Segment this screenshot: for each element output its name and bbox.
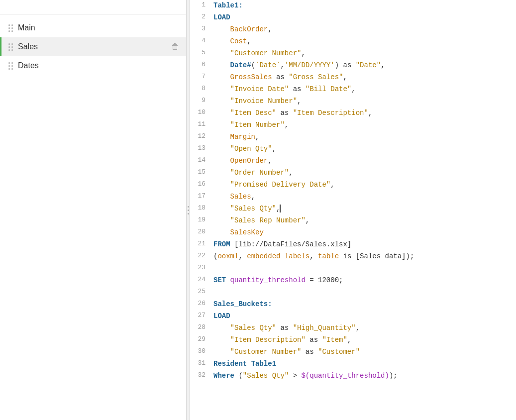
line-content[interactable]: SET quantity_threshold = 12000; <box>213 275 516 286</box>
sidebar-item-main[interactable]: Main🗑 <box>0 18 186 37</box>
code-line: 24SET quantity_threshold = 12000; <box>190 275 516 287</box>
line-content[interactable] <box>213 287 516 298</box>
line-content[interactable] <box>213 263 516 274</box>
drag-dot <box>11 46 13 48</box>
line-content[interactable]: "Sales Rep Number", <box>213 215 516 226</box>
line-number: 8 <box>190 84 213 94</box>
line-content[interactable]: Date#(`Date`,'MM/DD/YYYY') as "Date", <box>213 60 516 71</box>
code-token: , <box>368 109 372 117</box>
code-token: Resident <box>213 360 251 368</box>
drag-dot <box>8 27 10 29</box>
drag-dot <box>11 65 13 67</box>
code-line: 27LOAD <box>190 311 516 322</box>
line-number: 5 <box>190 48 213 58</box>
code-line: 14 OpenOrder, <box>190 155 516 167</box>
line-content[interactable]: Margin, <box>213 131 516 142</box>
line-number: 15 <box>190 167 213 178</box>
code-token: , <box>297 97 301 105</box>
line-content[interactable]: SalesKey <box>213 227 516 238</box>
code-token: LOAD <box>213 13 230 21</box>
line-content[interactable]: "Item Number", <box>213 119 516 130</box>
drag-handle-dates[interactable] <box>8 62 13 70</box>
code-token: Sales_Buckets: <box>213 300 272 308</box>
line-content[interactable]: "Customer Number" as "Customer" <box>213 346 516 357</box>
drag-dot <box>8 49 10 51</box>
code-token: OpenOrder <box>230 157 268 165</box>
code-token: ); <box>389 372 398 380</box>
line-content[interactable]: Where ("Sales Qty" > $(quantity_threshol… <box>213 370 516 381</box>
drag-dot <box>8 62 10 64</box>
code-token: , <box>255 133 259 141</box>
line-number: 25 <box>190 287 213 297</box>
drag-dot <box>8 46 10 48</box>
sidebar-item-label-dates: Dates <box>18 61 179 70</box>
drag-handle-main[interactable] <box>8 24 13 32</box>
line-number: 18 <box>190 203 213 213</box>
code-token: as <box>301 348 318 356</box>
sidebar-item-dates[interactable]: Dates🗑 <box>0 56 186 75</box>
add-section-button[interactable] <box>172 7 178 9</box>
line-content[interactable]: FROM [lib://DataFiles/Sales.xlsx] <box>213 239 516 250</box>
code-token: > <box>289 372 301 380</box>
line-content[interactable]: Sales_Buckets: <box>213 299 516 310</box>
code-editor[interactable]: 1Table1:2LOAD3 BackOrder,4 Cost,5 "Custo… <box>190 0 516 420</box>
code-line: 22(ooxml, embedded labels, table is [Sal… <box>190 251 516 263</box>
line-content[interactable]: "Sales Qty" as "High_Quantity", <box>213 322 516 333</box>
code-token <box>213 193 230 201</box>
line-content[interactable]: "Invoice Number", <box>213 96 516 106</box>
line-content[interactable]: Resident Table1 <box>213 358 516 369</box>
line-content[interactable]: "Order Number", <box>213 167 516 178</box>
line-number: 1 <box>190 0 213 10</box>
line-number: 21 <box>190 239 213 249</box>
code-token: = 12000; <box>306 276 343 284</box>
line-number: 11 <box>190 119 213 130</box>
code-token <box>213 61 230 69</box>
sidebar-item-label-sales: Sales <box>18 42 171 51</box>
line-number: 20 <box>190 227 213 237</box>
line-content[interactable]: Sales, <box>213 191 516 202</box>
line-content[interactable]: Cost, <box>213 36 516 47</box>
sidebar-item-sales[interactable]: Sales🗑 <box>0 37 186 56</box>
code-token: , <box>351 85 355 93</box>
code-token: "Invoice Date" <box>230 85 289 93</box>
line-content[interactable]: "Customer Number", <box>213 48 516 59</box>
code-token: "Invoice Number" <box>230 97 297 105</box>
drag-handle-row <box>8 24 13 26</box>
drag-dot <box>8 65 10 67</box>
code-token: GrossSales <box>230 73 272 81</box>
delete-section-icon-sales[interactable]: 🗑 <box>171 42 179 51</box>
line-number: 17 <box>190 191 213 202</box>
drag-dot <box>11 62 13 64</box>
drag-dot <box>11 68 13 70</box>
line-content[interactable]: (ooxml, embedded labels, table is [Sales… <box>213 251 516 262</box>
line-content[interactable]: "Item Description" as "Item", <box>213 334 516 345</box>
drag-handle-sales[interactable] <box>8 43 13 51</box>
line-content[interactable]: "Sales Qty", <box>213 203 516 214</box>
code-token: `Date` <box>255 61 280 69</box>
code-token: , <box>251 193 255 201</box>
code-token: "Sales Rep Number" <box>230 216 306 224</box>
drag-handle-row <box>8 27 13 29</box>
line-content[interactable]: GrossSales as "Gross Sales", <box>213 72 516 83</box>
drag-dot <box>11 30 13 32</box>
line-content[interactable]: "Open Qty", <box>213 143 516 154</box>
line-content[interactable]: "Item Desc" as "Item Description", <box>213 107 516 118</box>
code-token: [Sales data] <box>356 252 406 260</box>
code-token: , <box>343 73 347 81</box>
line-content[interactable]: Table1: <box>213 0 516 11</box>
code-token: Where <box>213 372 238 380</box>
resize-dot-3 <box>188 213 189 214</box>
code-line: 10 "Item Desc" as "Item Description", <box>190 107 516 119</box>
line-content[interactable]: OpenOrder, <box>213 155 516 166</box>
code-token: "Sales Qty" <box>243 372 289 380</box>
line-content[interactable]: BackOrder, <box>213 24 516 35</box>
sidebar: Main🗑Sales🗑Dates🗑 <box>0 0 187 420</box>
line-content[interactable]: "Promised Delivery Date", <box>213 179 516 190</box>
code-token <box>213 348 230 356</box>
line-content[interactable]: "Invoice Date" as "Bill Date", <box>213 84 516 95</box>
drag-dot <box>8 68 10 70</box>
code-token <box>213 205 230 212</box>
line-number: 27 <box>190 311 213 321</box>
line-content[interactable]: LOAD <box>213 12 516 23</box>
line-content[interactable]: LOAD <box>213 311 516 321</box>
